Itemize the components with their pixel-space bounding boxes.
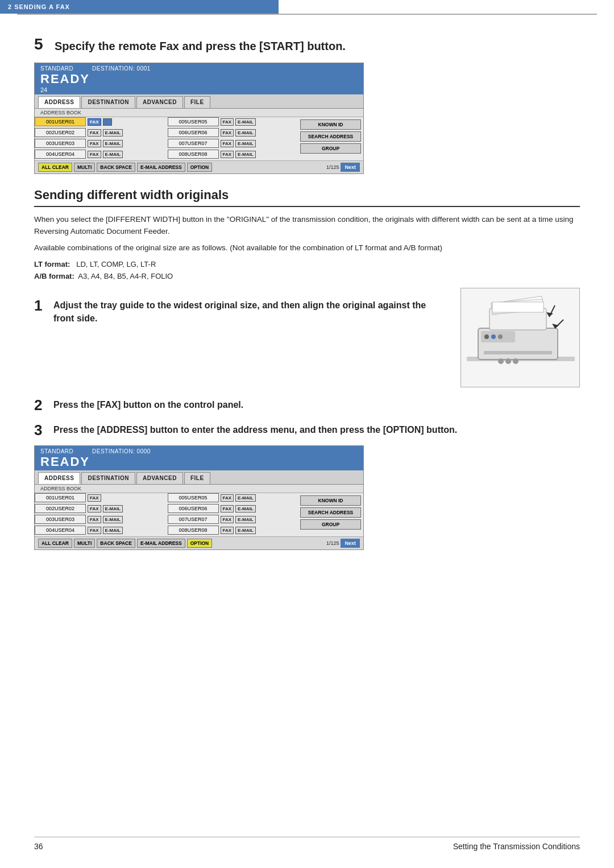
p2-email-address-button[interactable]: E-MAIL ADDRESS	[137, 539, 185, 548]
svg-point-10	[491, 334, 496, 339]
user-btn-001[interactable]: 001USER01	[35, 117, 86, 126]
backspace-button[interactable]: BACK SPACE	[97, 163, 135, 172]
substep1-number: 1	[34, 298, 47, 313]
next-button[interactable]: Next	[341, 163, 360, 172]
multi-button[interactable]: MULTI	[74, 163, 95, 172]
email-address-button[interactable]: E-MAIL ADDRESS	[137, 163, 185, 172]
group-button[interactable]: GROUP	[300, 143, 361, 154]
panel2-user-list: 001USER01 FAX 002USER02 FAX E-MAIL 003US…	[35, 493, 298, 536]
substep1: 1 Adjust the tray guide to the widest or…	[34, 298, 449, 325]
all-clear-button[interactable]: ALL CLEAR	[38, 163, 72, 172]
panel1-tabs: ADDRESS DESTINATION ADVANCED FILE	[35, 94, 363, 109]
fax-tag: FAX	[88, 129, 101, 137]
table-row: 004USER04 FAX E-MAIL	[35, 150, 165, 159]
table-row: 001USER01 FAX	[35, 117, 165, 126]
user-btn-005[interactable]: 005USER05	[168, 117, 219, 126]
user-btn-007[interactable]: 007USER07	[168, 139, 219, 148]
p2-user-btn-006[interactable]: 006USER06	[168, 504, 219, 513]
table-row: 002USER02 FAX E-MAIL	[35, 504, 165, 513]
substep3-number: 3	[34, 423, 47, 437]
panel1-left-col: 001USER01 FAX 002USER02 FAX E-MAIL 003US…	[35, 117, 165, 160]
email-tag: E-MAIL	[235, 140, 256, 147]
substep1-left: 1 Adjust the tray guide to the widest or…	[34, 288, 449, 329]
svg-point-11	[498, 334, 503, 339]
user-btn-008[interactable]: 008USER08	[168, 150, 219, 159]
p2-user-btn-002[interactable]: 002USER02	[35, 504, 86, 513]
table-row: 004USER04 FAX E-MAIL	[35, 526, 165, 535]
tab-file[interactable]: FILE	[184, 96, 210, 108]
panel2-right-btns: KNOWN ID SEARCH ADDRESS GROUP	[298, 493, 363, 536]
fax-tag: FAX	[221, 129, 234, 137]
panel2-right-col: 005USER05 FAX E-MAIL 006USER06 FAX E-MAI…	[168, 493, 298, 536]
section-body-2: Available combinations of the original s…	[34, 242, 580, 254]
p2-page-indicator: 1/125	[326, 540, 339, 546]
option-button[interactable]: OPTION	[187, 163, 213, 172]
substep2: 2 Press the [FAX] button on the control …	[34, 398, 580, 412]
fax-tag: FAX	[88, 118, 101, 126]
svg-marker-17	[552, 324, 559, 328]
panel1-user-list: 001USER01 FAX 002USER02 FAX E-MAIL 003US…	[35, 117, 298, 160]
p2-user-btn-005[interactable]: 005USER05	[168, 493, 219, 502]
section-heading: Sending different width originals	[34, 188, 580, 207]
fax-tag: FAX	[221, 505, 234, 512]
p2-all-clear-button[interactable]: ALL CLEAR	[38, 539, 72, 548]
email-tag: E-MAIL	[235, 494, 256, 502]
svg-rect-5	[492, 302, 544, 312]
substep2-number: 2	[34, 398, 47, 412]
fax-tag: FAX	[88, 527, 101, 534]
panel1-addressbook-label: ADDRESS BOOK	[35, 109, 363, 117]
tab-advanced[interactable]: ADVANCED	[136, 96, 183, 108]
email-tag: E-MAIL	[103, 151, 123, 158]
step5-heading: 5 Specify the remote Fax and press the […	[34, 36, 580, 53]
search-address-button[interactable]: SEARCH ADDRESS	[300, 131, 361, 142]
p2-user-btn-004[interactable]: 004USER04	[35, 526, 86, 535]
table-row: 003USER03 FAX E-MAIL	[35, 515, 165, 524]
tab2-file[interactable]: FILE	[184, 472, 210, 484]
fax-tag: FAX	[88, 151, 101, 158]
p2-search-address-button[interactable]: SEARCH ADDRESS	[300, 507, 361, 518]
panel2-dest: STANDARD DESTINATION: 0000	[40, 448, 358, 454]
panel2: STANDARD DESTINATION: 0000 READY ADDRESS…	[34, 445, 364, 550]
email-tag: E-MAIL	[235, 505, 256, 512]
table-row: 008USER08 FAX E-MAIL	[168, 526, 298, 535]
p2-user-btn-001[interactable]: 001USER01	[35, 493, 86, 502]
footer-text: Setting the Transmission Conditions	[453, 842, 580, 851]
panel1-num: 24	[40, 86, 358, 93]
fax-tag: FAX	[221, 494, 234, 502]
tab-destination[interactable]: DESTINATION	[81, 96, 135, 108]
p2-next-button[interactable]: Next	[341, 539, 360, 548]
fax-tag: FAX	[88, 494, 101, 502]
svg-point-12	[498, 358, 504, 364]
table-row: 001USER01 FAX	[35, 493, 165, 502]
panel1-dest: STANDARD DESTINATION: 0001	[40, 65, 358, 72]
tab-address[interactable]: ADDRESS	[38, 96, 80, 108]
p2-user-btn-008[interactable]: 008USER08	[168, 526, 219, 535]
panel2-ready: READY	[40, 454, 358, 469]
tab2-destination[interactable]: DESTINATION	[81, 472, 135, 484]
p2-multi-button[interactable]: MULTI	[74, 539, 95, 548]
p2-backspace-button[interactable]: BACK SPACE	[97, 539, 135, 548]
p2-option-button[interactable]: OPTION	[187, 539, 213, 548]
page-indicator: 1/125	[326, 164, 339, 170]
table-row: 003USER03 FAX E-MAIL	[35, 139, 165, 148]
tab2-address[interactable]: ADDRESS	[38, 472, 80, 484]
p2-user-btn-007[interactable]: 007USER07	[168, 515, 219, 524]
p2-group-button[interactable]: GROUP	[300, 519, 361, 530]
known-id-button[interactable]: KNOWN ID	[300, 119, 361, 130]
substep3: 3 Press the [ADDRESS] button to enter th…	[34, 423, 580, 437]
substep3-text: Press the [ADDRESS] button to enter the …	[53, 423, 457, 436]
panel1-body: 001USER01 FAX 002USER02 FAX E-MAIL 003US…	[35, 117, 363, 160]
substep2-text: Press the [FAX] button on the control pa…	[53, 398, 243, 411]
user-btn-002[interactable]: 002USER02	[35, 128, 86, 137]
table-row: 005USER05 FAX E-MAIL	[168, 117, 298, 126]
ab-format-line: A/B format: A3, A4, B4, B5, A4-R, FOLIO	[34, 271, 580, 283]
user-btn-006[interactable]: 006USER06	[168, 128, 219, 137]
p2-known-id-button[interactable]: KNOWN ID	[300, 495, 361, 506]
email-tag: E-MAIL	[235, 129, 256, 137]
box-tag	[103, 118, 112, 126]
p2-user-btn-003[interactable]: 003USER03	[35, 515, 86, 524]
user-btn-004[interactable]: 004USER04	[35, 150, 86, 159]
svg-marker-7	[546, 312, 553, 317]
tab2-advanced[interactable]: ADVANCED	[136, 472, 183, 484]
user-btn-003[interactable]: 003USER03	[35, 139, 86, 148]
